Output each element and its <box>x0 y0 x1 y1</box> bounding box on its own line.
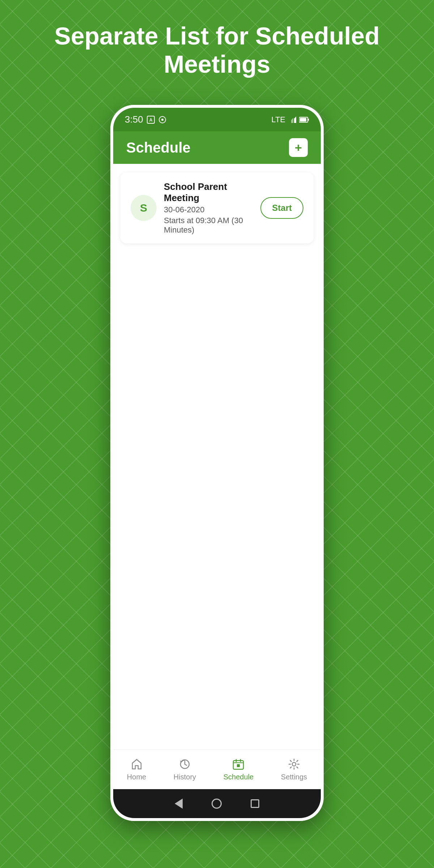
nav-label-schedule: Schedule <box>224 773 254 781</box>
signal-icon <box>288 116 296 123</box>
add-meeting-button[interactable]: + <box>289 138 308 157</box>
hero-title: Separate List for Scheduled Meetings <box>54 22 380 78</box>
app-header-title: Schedule <box>126 140 191 156</box>
meeting-time-info: Starts at 09:30 AM (30 Minutes) <box>164 216 253 235</box>
android-recents-button[interactable] <box>251 799 259 808</box>
home-icon <box>130 758 143 771</box>
nav-label-settings: Settings <box>281 773 307 781</box>
meeting-avatar: S <box>131 195 157 221</box>
status-time: 3:50 <box>125 114 143 125</box>
app-header: Schedule + <box>113 131 321 164</box>
nav-label-home: Home <box>127 773 146 781</box>
status-bar: 3:50 A LTE <box>113 108 321 131</box>
status-icon-a: A <box>147 116 155 124</box>
meeting-title: School Parent Meeting <box>164 181 253 204</box>
start-meeting-button[interactable]: Start <box>260 197 303 219</box>
meeting-date: 30-06-2020 <box>164 205 253 214</box>
svg-point-14 <box>292 762 296 766</box>
nav-item-history[interactable]: History <box>168 755 202 784</box>
nav-item-home[interactable]: Home <box>121 755 152 784</box>
meeting-card[interactable]: S School Parent Meeting 30-06-2020 Start… <box>120 173 314 243</box>
android-back-button[interactable] <box>175 799 183 809</box>
svg-rect-11 <box>237 764 240 767</box>
nav-label-history: History <box>174 773 196 781</box>
schedule-icon <box>232 758 245 771</box>
svg-text:A: A <box>149 118 152 123</box>
svg-marker-5 <box>291 118 293 123</box>
status-left: 3:50 A <box>125 114 166 125</box>
history-icon <box>178 758 191 771</box>
status-lte: LTE <box>271 115 285 124</box>
android-nav-bar <box>113 789 321 818</box>
svg-marker-4 <box>294 116 296 123</box>
nav-item-settings[interactable]: Settings <box>275 755 313 784</box>
status-right: LTE <box>271 115 309 124</box>
svg-point-3 <box>161 119 163 121</box>
nav-item-schedule[interactable]: Schedule <box>218 755 259 784</box>
bottom-nav: Home History <box>113 749 321 789</box>
settings-icon <box>288 758 301 771</box>
android-home-button[interactable] <box>212 799 222 809</box>
phone-screen: 3:50 A LTE <box>113 108 321 818</box>
meeting-info: School Parent Meeting 30-06-2020 Starts … <box>164 181 253 235</box>
meetings-list: S School Parent Meeting 30-06-2020 Start… <box>113 164 321 731</box>
svg-rect-7 <box>308 119 309 121</box>
svg-rect-8 <box>300 118 306 122</box>
battery-icon <box>299 117 309 123</box>
phone-frame: 3:50 A LTE <box>110 105 324 821</box>
status-icon-vpn <box>158 116 166 124</box>
